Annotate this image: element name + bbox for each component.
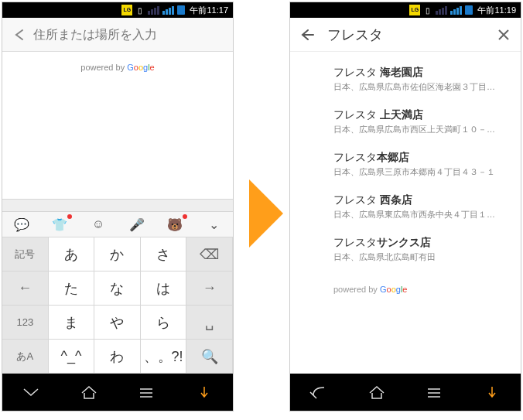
lg-icon: LG xyxy=(121,5,132,15)
powered-prefix: powered by xyxy=(80,63,127,72)
nav-down-arrow-icon[interactable] xyxy=(187,379,221,405)
nav-recent-button[interactable] xyxy=(417,379,451,405)
clear-button[interactable] xyxy=(490,21,518,49)
key-123[interactable]: 123 xyxy=(2,305,49,340)
key-⌫[interactable]: ⌫ xyxy=(186,237,233,271)
key-^_^[interactable]: ^_^ xyxy=(48,339,95,374)
powered-by-label: powered by Google xyxy=(2,52,233,83)
sim-icon: ▯ xyxy=(135,5,145,15)
content-area: powered by Google 💬 👕 ☺ 🎤 🐻 ⌄ 記号あかさ⌫←たなは… xyxy=(2,52,233,374)
suggestion-item[interactable]: フレスタ 海老園店日本、広島県広島市佐伯区海老園３丁目… xyxy=(290,58,521,101)
key-→[interactable]: → xyxy=(186,271,233,306)
suggestion-title: フレスタ 上天満店 xyxy=(333,108,508,122)
key-わ[interactable]: わ xyxy=(94,339,141,374)
nav-down-button[interactable] xyxy=(14,379,48,405)
signal-icon xyxy=(148,6,159,15)
key-記号[interactable]: 記号 xyxy=(2,237,49,271)
suggestion-title: フレスタ 海老園店 xyxy=(333,66,508,80)
key-か[interactable]: か xyxy=(94,237,141,271)
nav-down-arrow-icon[interactable] xyxy=(475,379,509,405)
android-nav-bar xyxy=(290,374,521,411)
search-row: フレスタ xyxy=(290,18,521,52)
back-button[interactable] xyxy=(293,21,321,49)
suggestion-title: フレスタサンクス店 xyxy=(333,236,508,250)
key-さ[interactable]: さ xyxy=(140,237,187,271)
key-🔍[interactable]: 🔍 xyxy=(186,339,233,374)
suggestion-item[interactable]: フレスタ 西条店日本、広島県東広島市西条中央４丁目１… xyxy=(290,186,521,228)
back-button[interactable] xyxy=(5,21,33,49)
battery-icon xyxy=(177,5,185,15)
content-area: フレスタ 海老園店日本、広島県広島市佐伯区海老園３丁目…フレスタ 上天満店日本、… xyxy=(290,52,521,374)
status-bar: LG ▯ 午前11:17 xyxy=(2,2,233,18)
powered-prefix: powered by xyxy=(333,285,380,294)
phone-left: LG ▯ 午前11:17 powered by Google 💬 👕 ☺ 🎤 🐻… xyxy=(2,2,234,411)
phone-right: LG ▯ 午前11:19 フレスタ フレスタ 海老園店日本、広島県広島市佐伯区海… xyxy=(289,2,521,411)
suggestion-address: 日本、広島県三原市本郷南４丁目４３－１ xyxy=(333,166,508,178)
sim-icon: ▯ xyxy=(423,5,432,15)
key-あA[interactable]: あA xyxy=(2,339,49,374)
transition-arrow-icon xyxy=(249,179,283,248)
bear-icon[interactable]: 🐻 xyxy=(162,216,187,233)
key-␣[interactable]: ␣ xyxy=(186,305,233,340)
suggestion-address: 日本、広島県広島市西区上天満町１０－… xyxy=(333,124,508,135)
key-た[interactable]: た xyxy=(48,271,95,306)
suggestion-address: 日本、広島県北広島町有田 xyxy=(333,251,508,263)
search-input[interactable] xyxy=(33,28,230,42)
suggestion-title: フレスタ本郷店 xyxy=(333,151,508,165)
suggestion-item[interactable]: フレスタサンクス店日本、広島県北広島町有田 xyxy=(290,228,521,271)
key-←[interactable]: ← xyxy=(2,271,49,306)
suggestion-title: フレスタ 西条店 xyxy=(333,193,508,207)
battery-icon xyxy=(465,5,473,15)
key-は[interactable]: は xyxy=(140,271,187,306)
signal-icon xyxy=(450,6,462,15)
status-bar: LG ▯ 午前11:19 xyxy=(290,2,521,18)
key-、。?![interactable]: 、。?! xyxy=(140,339,187,374)
android-nav-bar xyxy=(2,374,233,411)
shirt-icon[interactable]: 👕 xyxy=(47,216,72,233)
key-ら[interactable]: ら xyxy=(140,305,187,340)
suggestion-address: 日本、広島県広島市佐伯区海老園３丁目… xyxy=(333,81,508,93)
nav-back-button[interactable] xyxy=(302,379,336,405)
google-logo: Google xyxy=(380,285,408,294)
keyboard-toolbar: 💬 👕 ☺ 🎤 🐻 ⌄ xyxy=(2,211,233,237)
google-logo: Google xyxy=(127,63,155,72)
keyboard-suggestion-bar[interactable] xyxy=(2,199,233,211)
blank-area xyxy=(2,83,233,199)
search-query[interactable]: フレスタ xyxy=(321,26,490,44)
suggestion-item[interactable]: フレスタ 上天満店日本、広島県広島市西区上天満町１０－… xyxy=(290,101,521,143)
signal-icon xyxy=(162,6,174,15)
status-time: 午前11:17 xyxy=(190,5,228,16)
key-な[interactable]: な xyxy=(94,271,141,306)
key-あ[interactable]: あ xyxy=(48,237,95,271)
suggestion-list: フレスタ 海老園店日本、広島県広島市佐伯区海老園３丁目…フレスタ 上天満店日本、… xyxy=(290,52,521,277)
nav-home-button[interactable] xyxy=(72,379,106,405)
nav-home-button[interactable] xyxy=(360,379,394,405)
mic-icon[interactable]: 🎤 xyxy=(125,216,149,233)
status-time: 午前11:19 xyxy=(477,5,516,16)
suggestion-address: 日本、広島県東広島市西条中央４丁目１… xyxy=(333,209,508,220)
lg-icon: LG xyxy=(409,5,420,15)
suggestion-item[interactable]: フレスタ本郷店日本、広島県三原市本郷南４丁目４３－１ xyxy=(290,143,521,186)
keyboard-grid: 記号あかさ⌫←たなは→123まやら␣あA^_^わ、。?!🔍 xyxy=(2,237,233,374)
signal-icon xyxy=(436,6,447,15)
nav-recent-button[interactable] xyxy=(129,379,163,405)
key-や[interactable]: や xyxy=(94,305,141,340)
search-row xyxy=(2,18,233,52)
speech-bubble-icon[interactable]: 💬 xyxy=(9,216,34,233)
emoji-icon[interactable]: ☺ xyxy=(86,216,111,233)
powered-by-label: powered by Google xyxy=(290,277,521,294)
chevron-down-icon[interactable]: ⌄ xyxy=(201,216,226,233)
key-ま[interactable]: ま xyxy=(48,305,95,340)
